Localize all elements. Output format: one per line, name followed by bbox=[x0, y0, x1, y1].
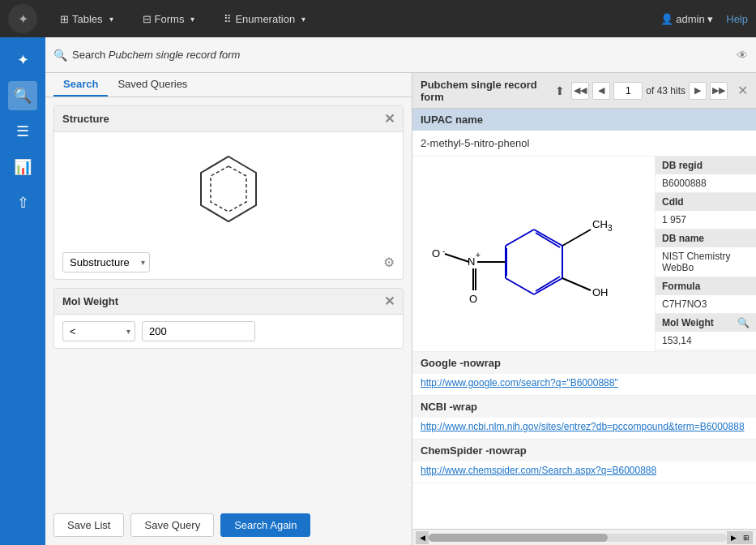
chemspider-header: ChemSpider -nowrap bbox=[412, 440, 756, 461]
google-link[interactable]: http://www.google.com/search?q="B6000888… bbox=[412, 374, 756, 395]
tab-saved-queries[interactable]: Saved Queries bbox=[108, 73, 197, 97]
mol-weight-value: 153,14 bbox=[656, 332, 756, 350]
mol-area: CH 3 OH N + bbox=[412, 157, 756, 352]
substructure-select-wrapper: Substructure Exact Similarity ▾ bbox=[62, 252, 150, 272]
molecule-image[interactable]: CH 3 OH N + bbox=[412, 157, 656, 351]
share-icon[interactable]: ⬆ bbox=[555, 84, 565, 97]
substructure-select[interactable]: Substructure Exact Similarity bbox=[62, 252, 150, 272]
enumeration-label: Enumeration bbox=[235, 13, 295, 25]
svg-line-2 bbox=[534, 230, 562, 246]
svg-line-7 bbox=[506, 230, 534, 246]
svg-text:3: 3 bbox=[608, 224, 613, 233]
chemspider-link[interactable]: http://www.chemspider.com/Search.aspx?q=… bbox=[412, 461, 756, 483]
molweight-card: Mol Weight ✕ < <= = >= > ▾ bbox=[53, 288, 404, 349]
record-panel-title: Pubchem single record form bbox=[421, 79, 549, 103]
svg-line-14 bbox=[562, 278, 591, 290]
field-mol-weight: Mol Weight 🔍 153,14 bbox=[656, 314, 756, 350]
search-panel: Search Saved Queries Structure ✕ bbox=[45, 73, 412, 545]
action-buttons: Save List Save Query Search Again bbox=[45, 505, 412, 545]
svg-line-19 bbox=[445, 254, 469, 262]
save-list-button[interactable]: Save List bbox=[53, 513, 124, 537]
molweight-close-button[interactable]: ✕ bbox=[384, 294, 395, 309]
ncbi-link[interactable]: http://www.ncbi.nlm.nih.gov/sites/entrez… bbox=[412, 418, 756, 439]
nav-first-button[interactable]: ◀◀ bbox=[571, 82, 589, 100]
nav-prev-button[interactable]: ◀ bbox=[592, 82, 610, 100]
search-again-button[interactable]: Search Again bbox=[220, 513, 310, 537]
enum-arrow: ▾ bbox=[301, 15, 305, 24]
tables-arrow: ▾ bbox=[109, 15, 113, 24]
mol-weight-label: Mol Weight 🔍 bbox=[656, 314, 756, 332]
scroll-right-button[interactable]: ▶ bbox=[727, 531, 740, 544]
help-link[interactable]: Help bbox=[726, 13, 748, 25]
search-header: 🔍 Search Pubchem single record form 👁 bbox=[45, 37, 756, 73]
form-name: Pubchem single record form bbox=[109, 49, 241, 61]
tables-menu[interactable]: ⊞ Tables ▾ bbox=[53, 10, 120, 28]
record-body: IUPAC name 2-methyl-5-nitro-phenol bbox=[412, 109, 756, 529]
svg-line-11 bbox=[562, 230, 591, 246]
forms-menu[interactable]: ⊟ Forms ▾ bbox=[136, 10, 202, 28]
molweight-input[interactable] bbox=[142, 321, 255, 341]
content-area: Search Saved Queries Structure ✕ bbox=[45, 73, 756, 545]
structure-title: Structure bbox=[62, 113, 109, 125]
gear-icon[interactable]: ⚙ bbox=[383, 255, 395, 270]
sidebar-icon-list[interactable]: ☰ bbox=[8, 117, 37, 146]
sidebar-icon-logo: ✦ bbox=[8, 45, 37, 75]
sidebar-icon-chart[interactable]: 📊 bbox=[8, 152, 37, 182]
page-input[interactable] bbox=[613, 82, 643, 100]
db-name-label: DB name bbox=[656, 230, 756, 247]
mw-operator-wrapper: < <= = >= > ▾ bbox=[62, 321, 135, 341]
tab-search[interactable]: Search bbox=[53, 73, 108, 97]
search-label: Search bbox=[72, 49, 105, 61]
nav-next-button[interactable]: ▶ bbox=[689, 82, 707, 100]
svg-text:-: - bbox=[442, 247, 445, 255]
iupac-value: 2-methyl-5-nitro-phenol bbox=[412, 131, 756, 157]
enumeration-menu[interactable]: ⠿ Enumeration ▾ bbox=[217, 10, 312, 28]
structure-card-header: Structure ✕ bbox=[54, 106, 403, 132]
mol-weight-search-icon[interactable]: 🔍 bbox=[737, 317, 750, 328]
formula-label: Formula bbox=[656, 277, 756, 295]
structure-controls: Substructure Exact Similarity ▾ ⚙ bbox=[54, 246, 403, 279]
scrollbar-track[interactable] bbox=[429, 534, 727, 542]
sidebar-icon-search[interactable]: 🔍 bbox=[8, 81, 37, 110]
admin-arrow: ▾ bbox=[707, 13, 713, 25]
molweight-title: Mol Weight bbox=[62, 295, 118, 307]
benzene-svg bbox=[188, 148, 269, 230]
formula-label-text: Formula bbox=[662, 281, 700, 292]
app-logo: ✦ bbox=[8, 4, 37, 33]
fields-panel: DB regid B6000888 CdId 1 957 bbox=[656, 157, 756, 351]
db-regid-label-text: DB regid bbox=[662, 160, 703, 171]
ext-section-google: Google -nowrap http://www.google.com/sea… bbox=[412, 352, 756, 396]
field-db-regid: DB regid B6000888 bbox=[656, 157, 756, 193]
sidebar-icon-export[interactable]: ⇧ bbox=[8, 188, 37, 217]
svg-text:O: O bbox=[432, 247, 440, 260]
db-regid-value: B6000888 bbox=[656, 174, 756, 192]
record-close-button[interactable]: ✕ bbox=[737, 83, 748, 98]
search-header-label: Search Pubchem single record form bbox=[72, 49, 240, 61]
benzene-structure[interactable] bbox=[180, 140, 277, 238]
cdid-label: CdId bbox=[656, 193, 756, 211]
svg-text:OH: OH bbox=[592, 286, 609, 298]
db-name-value: NIST Chemistry WebBo bbox=[656, 247, 756, 277]
topbar-right: 👤 admin ▾ Help bbox=[660, 13, 748, 25]
mw-operator-select[interactable]: < <= = >= > bbox=[62, 321, 135, 341]
ncbi-header: NCBI -wrap bbox=[412, 396, 756, 418]
grid-icon: ⊞ bbox=[60, 13, 69, 25]
structure-close-button[interactable]: ✕ bbox=[384, 111, 395, 127]
nav-last-button[interactable]: ▶▶ bbox=[710, 82, 728, 100]
molecule-svg: CH 3 OH N + bbox=[429, 165, 639, 343]
field-cdid: CdId 1 957 bbox=[656, 193, 756, 230]
ext-section-ncbi: NCBI -wrap http://www.ncbi.nlm.nih.gov/s… bbox=[412, 396, 756, 440]
scroll-left-button[interactable]: ◀ bbox=[416, 531, 429, 544]
structure-card: Structure ✕ bbox=[53, 105, 404, 280]
save-query-button[interactable]: Save Query bbox=[130, 513, 214, 537]
eye-icon[interactable]: 👁 bbox=[737, 49, 748, 62]
enum-icon: ⠿ bbox=[224, 13, 232, 25]
scroll-corner-button[interactable]: ⊞ bbox=[740, 531, 753, 544]
main-area: 🔍 Search Pubchem single record form 👁 Se… bbox=[45, 37, 756, 545]
svg-line-8 bbox=[536, 233, 560, 247]
molweight-card-header: Mol Weight ✕ bbox=[54, 289, 403, 315]
svg-text:CH: CH bbox=[592, 218, 608, 230]
search-tabs: Search Saved Queries bbox=[45, 73, 412, 97]
molweight-body: < <= = >= > ▾ bbox=[54, 315, 403, 348]
admin-menu[interactable]: 👤 admin ▾ bbox=[660, 13, 714, 25]
